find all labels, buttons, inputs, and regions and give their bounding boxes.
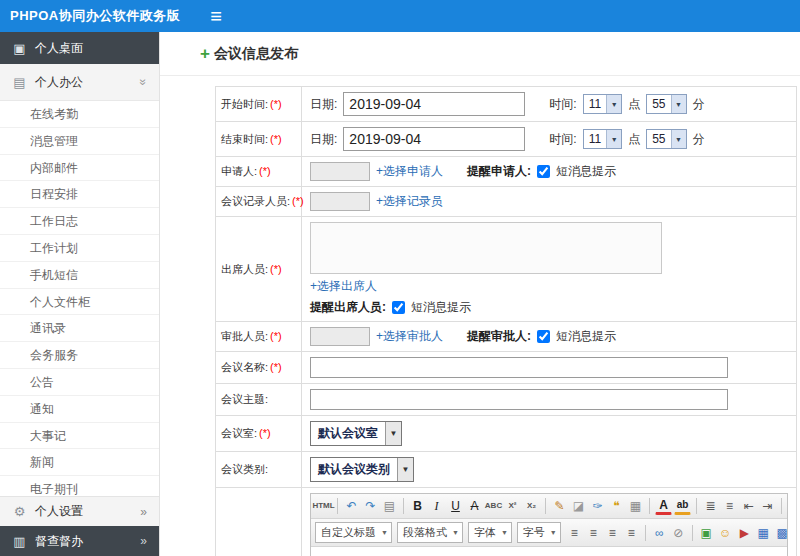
font-color-icon[interactable]: A bbox=[655, 497, 672, 515]
justify-icon[interactable]: ≡ bbox=[623, 524, 640, 542]
required-mark: (*) bbox=[270, 98, 282, 110]
sidebar-item[interactable]: 消息管理 bbox=[0, 128, 159, 155]
editor-content[interactable] bbox=[311, 547, 787, 556]
format-brush-icon[interactable]: ✑ bbox=[589, 497, 606, 515]
end-time-row: 结束时间:(*) 日期: 时间: 11 ▼ 点 bbox=[216, 122, 797, 157]
link-icon[interactable]: ∞ bbox=[651, 524, 668, 542]
sidebar-supervise-label: 督查督办 bbox=[35, 533, 83, 550]
paragraph-format-select[interactable]: 段落格式▼ bbox=[397, 522, 463, 543]
sidebar-item[interactable]: 个人文件柜 bbox=[0, 289, 159, 316]
pencil-icon[interactable]: ✎ bbox=[551, 497, 568, 515]
emoticon-icon[interactable]: ☺ bbox=[717, 524, 734, 542]
media-icon[interactable]: ▶ bbox=[736, 524, 753, 542]
start-minute-select[interactable]: 55 ▼ bbox=[646, 94, 686, 114]
meeting-name-input[interactable] bbox=[310, 357, 728, 378]
sms-checkbox[interactable] bbox=[392, 301, 405, 314]
html-source-icon[interactable]: HTML bbox=[315, 497, 332, 515]
undo-icon[interactable]: ↶ bbox=[343, 497, 360, 515]
rich-text-editor: HTML↶↷▤BIUAABCX²X₂✎◪✑❝▦Aab≣≡⇤⇥▯⊞ 自定义标题▼ … bbox=[310, 493, 788, 556]
unlink-icon[interactable]: ⊘ bbox=[670, 524, 687, 542]
paste-icon[interactable]: ▤ bbox=[381, 497, 398, 515]
sidebar-item[interactable]: 会务服务 bbox=[0, 342, 159, 369]
sidebar-item[interactable]: 公告 bbox=[0, 369, 159, 396]
choose-approver-link[interactable]: +选择审批人 bbox=[376, 328, 443, 345]
meeting-form-table: 开始时间:(*) 日期: 时间: 11 ▼ 点 bbox=[215, 86, 797, 556]
sidebar-item[interactable]: 通知 bbox=[0, 396, 159, 423]
italic-icon[interactable]: I bbox=[428, 497, 445, 515]
remind-attendees-label: 提醒出席人员: bbox=[310, 299, 386, 316]
align-center-icon[interactable]: ≡ bbox=[585, 524, 602, 542]
sidebar-item[interactable]: 新闻 bbox=[0, 449, 159, 476]
underline-icon[interactable]: U bbox=[447, 497, 464, 515]
toolbar-separator bbox=[781, 498, 782, 514]
start-time-label-cell: 开始时间:(*) bbox=[216, 87, 302, 122]
superscript-icon[interactable]: X² bbox=[504, 497, 521, 515]
outdent-icon[interactable]: ⇤ bbox=[740, 497, 757, 515]
sidebar-item[interactable]: 在线考勤 bbox=[0, 101, 159, 128]
end-minute-select[interactable]: 55 ▼ bbox=[646, 129, 686, 149]
remove-format-icon[interactable]: ABC bbox=[485, 497, 502, 515]
sms-checkbox[interactable] bbox=[537, 165, 550, 178]
font-family-select[interactable]: 字体▼ bbox=[468, 522, 512, 543]
editor-toolbar-row2-icons: ≡≡≡≡∞⊘▣☺▶▦▩ bbox=[566, 524, 787, 542]
start-date-input[interactable] bbox=[343, 92, 525, 116]
choose-applicant-link[interactable]: +选择申请人 bbox=[376, 163, 443, 180]
blockquote-icon[interactable]: ❝ bbox=[608, 497, 625, 515]
meeting-category-select[interactable]: 默认会议类别 ▼ bbox=[310, 457, 414, 482]
heading-style-select[interactable]: 自定义标题▼ bbox=[315, 522, 392, 543]
subscript-icon[interactable]: X₂ bbox=[523, 497, 540, 515]
start-hour-select[interactable]: 11 ▼ bbox=[583, 94, 622, 114]
sidebar-item-settings[interactable]: ⚙ 个人设置 » bbox=[0, 496, 159, 526]
choose-attendees-link[interactable]: +选择出席人 bbox=[310, 278, 377, 295]
meeting-topic-input[interactable] bbox=[310, 389, 728, 410]
sidebar-item-supervise[interactable]: ▥ 督查督办 » bbox=[0, 526, 159, 556]
sidebar-settings-label: 个人设置 bbox=[35, 503, 83, 520]
topbar: PHPOA协同办公软件政务版 ≡ bbox=[0, 0, 800, 32]
image-icon[interactable]: ▣ bbox=[698, 524, 715, 542]
redo-icon[interactable]: ↷ bbox=[362, 497, 379, 515]
page-title: 会议信息发布 bbox=[214, 45, 298, 63]
bullet-list-icon[interactable]: ≡ bbox=[721, 497, 738, 515]
font-size-select[interactable]: 字号▼ bbox=[517, 522, 561, 543]
sidebar-item[interactable]: 日程安排 bbox=[0, 181, 159, 208]
align-left-icon[interactable]: ≡ bbox=[566, 524, 583, 542]
chevron-right-icon: » bbox=[140, 534, 147, 548]
sidebar-item[interactable]: 通讯录 bbox=[0, 315, 159, 342]
date-label: 日期: bbox=[310, 96, 337, 113]
sidebar-item-office[interactable]: ▤ 个人办公 » bbox=[0, 64, 159, 101]
sidebar-item[interactable]: 工作计划 bbox=[0, 235, 159, 262]
end-date-input[interactable] bbox=[343, 127, 525, 151]
sidebar-item[interactable]: 工作日志 bbox=[0, 208, 159, 235]
menu-icon[interactable]: ≡ bbox=[210, 6, 222, 26]
end-hour-select[interactable]: 11 ▼ bbox=[583, 129, 622, 149]
ordered-list-icon[interactable]: ≣ bbox=[702, 497, 719, 515]
strikethrough-icon[interactable]: A bbox=[466, 497, 483, 515]
grid-icon[interactable]: ▩ bbox=[774, 524, 787, 542]
meeting-room-select[interactable]: 默认会议室 ▼ bbox=[310, 421, 402, 446]
sidebar-item[interactable]: 电子期刊 bbox=[0, 476, 159, 496]
date-icon[interactable]: ▦ bbox=[627, 497, 644, 515]
applicant-input[interactable] bbox=[310, 162, 370, 181]
attendees-textarea[interactable] bbox=[310, 222, 662, 274]
bold-icon[interactable]: B bbox=[409, 497, 426, 515]
table-icon[interactable]: ▦ bbox=[755, 524, 772, 542]
editor-toolbar-row1: HTML↶↷▤BIUAABCX²X₂✎◪✑❝▦Aab≣≡⇤⇥▯⊞ bbox=[311, 494, 787, 519]
gear-icon: ⚙ bbox=[12, 504, 27, 519]
align-right-icon[interactable]: ≡ bbox=[604, 524, 621, 542]
indent-icon[interactable]: ⇥ bbox=[759, 497, 776, 515]
chevron-down-icon: ▼ bbox=[606, 130, 621, 148]
highlight-icon[interactable]: ab bbox=[674, 497, 691, 515]
choose-recorder-link[interactable]: +选择记录员 bbox=[376, 193, 443, 210]
sidebar-item[interactable]: 内部邮件 bbox=[0, 155, 159, 182]
approver-input[interactable] bbox=[310, 327, 370, 346]
chevron-down-icon: ▼ bbox=[501, 529, 508, 536]
sms-checkbox[interactable] bbox=[537, 330, 550, 343]
sidebar-item[interactable]: 手机短信 bbox=[0, 262, 159, 289]
editor-toolbar-row2: 自定义标题▼ 段落格式▼ 字体▼ 字号▼ bbox=[311, 519, 787, 547]
sidebar-item[interactable]: 大事记 bbox=[0, 423, 159, 450]
sidebar: ▣ 个人桌面 ▤ 个人办公 » 在线考勤消息管理内部邮件日程安排工作日志工作计划… bbox=[0, 32, 160, 556]
sidebar-item-desktop[interactable]: ▣ 个人桌面 bbox=[0, 32, 159, 64]
approver-row: 审批人员:(*) +选择审批人 提醒审批人: 短消息提示 bbox=[216, 322, 797, 352]
recorder-input[interactable] bbox=[310, 192, 370, 211]
eraser-icon[interactable]: ◪ bbox=[570, 497, 587, 515]
